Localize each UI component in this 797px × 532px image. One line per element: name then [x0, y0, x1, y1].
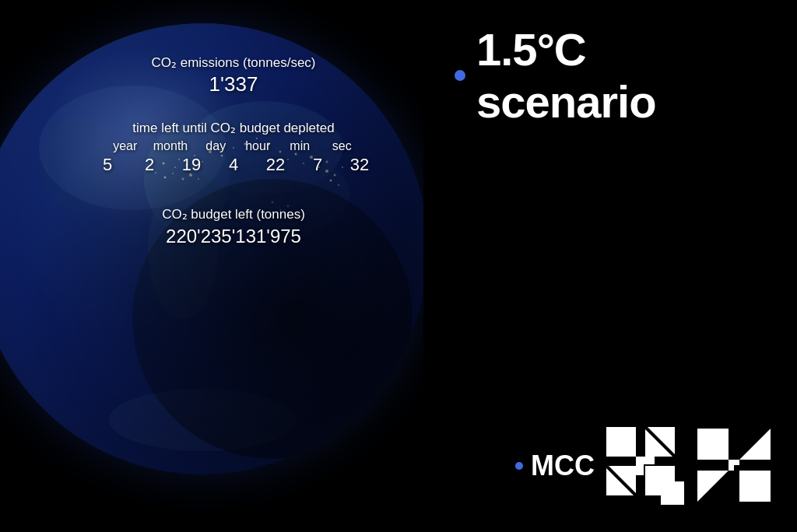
countdown-values: 5 2 19 4 22 7 32	[47, 155, 420, 175]
header-min: min	[286, 139, 314, 153]
value-sec2: 32	[346, 155, 374, 175]
mcc-logo-container: MCC	[515, 423, 774, 509]
value-day: 19	[177, 155, 205, 175]
mcc-logo-mark	[696, 427, 774, 505]
svg-rect-52	[697, 429, 729, 460]
header-day: day	[202, 139, 230, 153]
svg-rect-49	[661, 481, 684, 505]
earth-data-overlay: CO₂ emissions (tonnes/sec) 1'337 time le…	[47, 54, 420, 247]
svg-rect-43	[606, 427, 636, 457]
scenario-title: 1.5°C scenario	[476, 23, 766, 128]
emissions-value: 1'337	[47, 72, 420, 96]
value-sec: 7	[304, 155, 332, 175]
scenario-dot	[455, 70, 465, 81]
value-min: 22	[262, 155, 290, 175]
countdown-label: time left until CO₂ budget depleted	[47, 120, 420, 136]
mcc-label: MCC	[531, 450, 595, 482]
header-month: month	[153, 139, 188, 153]
scenario-row: 1.5°C scenario	[455, 23, 766, 128]
budget-value: 220'235'131'975	[47, 226, 420, 247]
header-hour: hour	[244, 139, 272, 153]
mcc-dot	[515, 462, 523, 470]
mcc-logo-icon	[602, 423, 688, 509]
budget-label: CO₂ budget left (tonnes)	[47, 206, 420, 222]
value-hour: 4	[219, 155, 248, 175]
svg-rect-59	[729, 460, 734, 471]
svg-rect-51	[636, 457, 644, 475]
svg-rect-57	[739, 471, 771, 502]
countdown-headers: year month day hour min sec	[47, 139, 420, 153]
header-year: year	[111, 139, 139, 153]
header-sec: sec	[328, 139, 356, 153]
emissions-label: CO₂ emissions (tonnes/sec)	[47, 54, 420, 71]
value-month: 2	[135, 155, 163, 175]
value-year: 5	[93, 155, 121, 175]
